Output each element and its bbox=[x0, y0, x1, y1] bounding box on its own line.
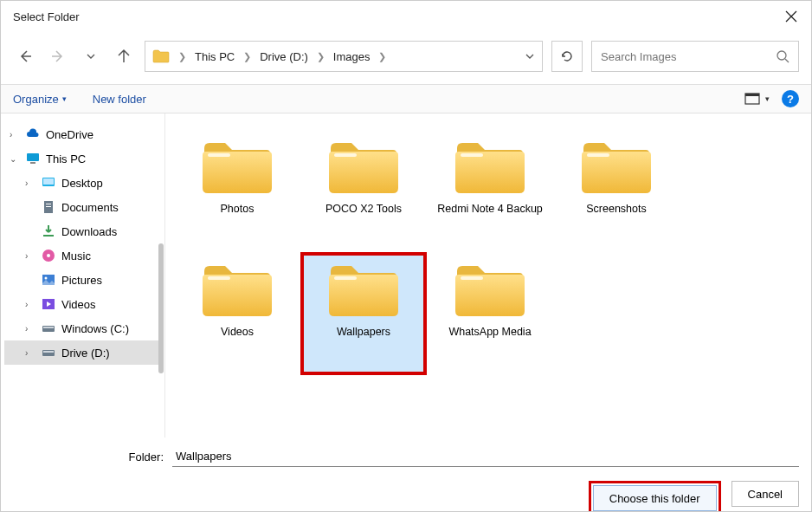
chevron-icon: › bbox=[25, 348, 35, 358]
tree-item-videos[interactable]: ›Videos bbox=[4, 292, 161, 316]
svg-rect-21 bbox=[334, 153, 357, 157]
folder-field-label: Folder: bbox=[13, 450, 164, 463]
svg-rect-9 bbox=[46, 206, 51, 207]
up-button[interactable] bbox=[112, 44, 136, 68]
breadcrumb-item[interactable]: Drive (D:) bbox=[260, 50, 308, 63]
folder-icon bbox=[152, 49, 170, 63]
breadcrumb[interactable]: ❯ This PC ❯ Drive (D:) ❯ Images ❯ bbox=[145, 41, 543, 72]
svg-rect-20 bbox=[208, 153, 230, 157]
desktop-icon bbox=[41, 175, 56, 191]
arrow-up-icon bbox=[116, 49, 132, 64]
search-input[interactable] bbox=[601, 50, 769, 63]
arrow-right-icon bbox=[50, 49, 66, 64]
recent-dropdown[interactable] bbox=[79, 44, 103, 68]
cloud-icon bbox=[25, 126, 41, 142]
refresh-icon bbox=[559, 49, 575, 64]
tree-item-label: This PC bbox=[46, 152, 86, 165]
pc-icon bbox=[25, 151, 41, 166]
svg-point-0 bbox=[777, 51, 786, 60]
chevron-right-icon: ❯ bbox=[243, 51, 251, 62]
svg-rect-24 bbox=[208, 276, 230, 280]
breadcrumb-item[interactable]: This PC bbox=[195, 50, 235, 63]
svg-rect-3 bbox=[27, 153, 39, 161]
title-bar: Select Folder bbox=[1, 1, 811, 32]
tree-item-label: Pictures bbox=[61, 274, 102, 287]
folder-icon bbox=[199, 257, 275, 320]
svg-rect-22 bbox=[461, 153, 483, 157]
folder-item[interactable]: WhatsApp Media bbox=[427, 252, 553, 375]
folder-label: Redmi Note 4 Backup bbox=[434, 202, 546, 216]
folder-label: Photos bbox=[217, 202, 258, 216]
tree-item-onedrive[interactable]: ›OneDrive bbox=[4, 122, 161, 146]
tree-item-label: Videos bbox=[61, 298, 96, 311]
window-title: Select Folder bbox=[13, 10, 80, 23]
tree-item-label: Music bbox=[61, 250, 91, 262]
folder-grid: Photos POCO X2 Tools Redmi Note 4 Backup… bbox=[165, 113, 811, 437]
tree-item-desktop[interactable]: ›Desktop bbox=[4, 171, 161, 195]
svg-rect-25 bbox=[334, 276, 357, 280]
help-button[interactable]: ? bbox=[782, 90, 799, 107]
tree-item-windows-c-[interactable]: ›Windows (C:) bbox=[4, 316, 161, 340]
close-button[interactable] bbox=[783, 9, 799, 24]
tree-item-music[interactable]: ›Music bbox=[4, 243, 161, 268]
toolbar: Organize ▾ New folder ▾ ? bbox=[1, 84, 811, 113]
tree-item-label: Documents bbox=[61, 201, 119, 214]
chevron-down-icon bbox=[86, 51, 96, 62]
folder-item[interactable]: Screenshots bbox=[553, 129, 680, 252]
tree-item-label: Drive (D:) bbox=[61, 347, 110, 360]
chevron-down-icon bbox=[525, 51, 535, 62]
tree-item-pictures[interactable]: Pictures bbox=[4, 268, 161, 292]
folder-name-input[interactable] bbox=[172, 446, 799, 467]
svg-point-12 bbox=[47, 254, 50, 257]
folder-item[interactable]: Videos bbox=[174, 252, 300, 375]
organize-menu[interactable]: Organize ▾ bbox=[13, 93, 67, 106]
chevron-icon: › bbox=[25, 300, 35, 309]
folder-item[interactable]: Redmi Note 4 Backup bbox=[427, 129, 553, 252]
folder-label: Screenshots bbox=[583, 202, 649, 216]
breadcrumb-dropdown[interactable] bbox=[525, 51, 535, 62]
folder-icon bbox=[578, 134, 654, 197]
tree-item-drive-d-[interactable]: ›Drive (D:) bbox=[4, 340, 161, 365]
search-icon bbox=[776, 49, 789, 63]
view-options-button[interactable]: ▾ bbox=[744, 93, 770, 105]
pictures-icon bbox=[41, 272, 56, 288]
folder-label: WhatsApp Media bbox=[445, 325, 534, 339]
folder-item[interactable]: POCO X2 Tools bbox=[300, 129, 427, 252]
dropdown-caret-icon: ▾ bbox=[765, 94, 770, 103]
svg-rect-8 bbox=[46, 204, 51, 204]
scrollbar-thumb[interactable] bbox=[158, 243, 164, 373]
tree-item-documents[interactable]: Documents bbox=[4, 195, 161, 219]
tree-item-label: OneDrive bbox=[46, 128, 93, 141]
folder-icon bbox=[325, 257, 402, 320]
downloads-icon bbox=[41, 224, 56, 239]
footer: Folder: Choose this folder Cancel bbox=[1, 437, 811, 512]
drive-icon bbox=[41, 345, 56, 360]
search-box[interactable] bbox=[591, 41, 799, 72]
drive-icon bbox=[41, 321, 56, 336]
main-area: ›OneDrive⌄This PC›DesktopDocumentsDownlo… bbox=[1, 113, 811, 437]
new-folder-button[interactable]: New folder bbox=[93, 93, 146, 106]
view-icon bbox=[744, 93, 760, 105]
folder-label: Videos bbox=[217, 325, 257, 339]
choose-folder-button[interactable]: Choose this folder bbox=[593, 485, 717, 511]
chevron-icon: › bbox=[10, 130, 20, 139]
back-button[interactable] bbox=[13, 44, 37, 68]
folder-item[interactable]: Wallpapers bbox=[300, 252, 427, 375]
forward-button[interactable] bbox=[46, 44, 70, 68]
cancel-button[interactable]: Cancel bbox=[731, 481, 799, 507]
svg-rect-6 bbox=[43, 178, 54, 185]
refresh-button[interactable] bbox=[551, 41, 583, 72]
tree-item-label: Desktop bbox=[61, 177, 103, 190]
dropdown-caret-icon: ▾ bbox=[62, 94, 67, 103]
videos-icon bbox=[41, 296, 56, 312]
folder-icon bbox=[452, 257, 528, 320]
tree-item-downloads[interactable]: Downloads bbox=[4, 219, 161, 243]
folder-item[interactable]: Photos bbox=[174, 129, 300, 252]
tree-item-this-pc[interactable]: ⌄This PC bbox=[4, 146, 161, 171]
docs-icon bbox=[41, 199, 56, 215]
folder-icon bbox=[199, 134, 275, 197]
navigation-tree: ›OneDrive⌄This PC›DesktopDocumentsDownlo… bbox=[1, 113, 165, 437]
svg-rect-10 bbox=[43, 235, 54, 237]
breadcrumb-item[interactable]: Images bbox=[333, 50, 371, 63]
folder-label: Wallpapers bbox=[333, 325, 394, 339]
